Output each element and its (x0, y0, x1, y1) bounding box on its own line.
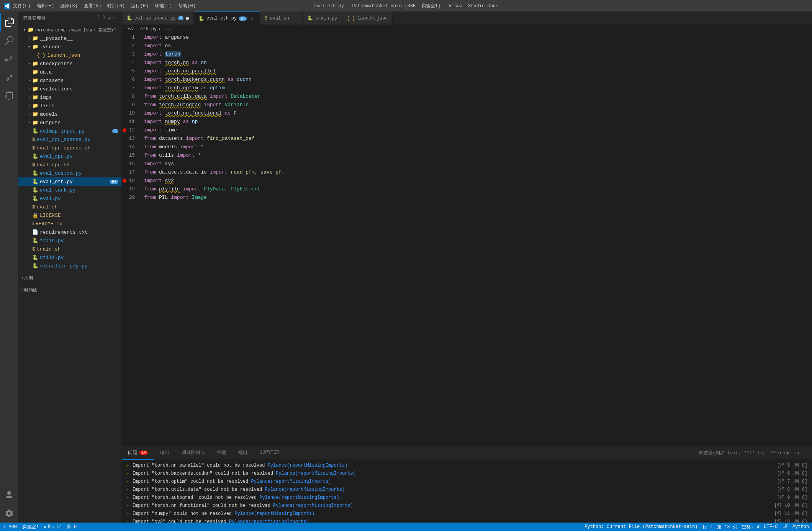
panel-tab-problems[interactable]: 问题 14 (122, 446, 154, 460)
sidebar-item-train-py[interactable]: 🐍 train.py (18, 236, 121, 245)
tab-close-button[interactable]: ✕ (249, 15, 255, 21)
sidebar-item-train-sh[interactable]: $ train.sh (18, 245, 121, 253)
sidebar-item-license[interactable]: 🔒 LICENSE (18, 211, 121, 220)
problem-item[interactable]: ⚠ Import "torch.autograd" could not be r… (122, 493, 812, 502)
root-folder-icon: 📁 (28, 27, 34, 33)
status-spaces[interactable]: 空格: 4 (742, 524, 760, 530)
problem-link[interactable]: Pylance(reportMissingImports) (234, 511, 314, 516)
sidebar-item-models[interactable]: › 📁 models (18, 110, 121, 118)
sidebar-item-eval-eth-py[interactable]: 🐍 eval_eth.py 9+ (18, 177, 121, 186)
sidebar-item-eval-cpu-sparse-sh[interactable]: $ eval_cpu_sparse.sh (18, 144, 121, 152)
problem-item[interactable]: ⚠ Import "torch.optim" could not be reso… (122, 477, 812, 485)
panel-tab-output[interactable]: 输出 (154, 446, 175, 460)
menu-select[interactable]: 选择(S) (60, 3, 78, 9)
status-position[interactable]: 行 7，第 13 列 (702, 524, 737, 530)
sidebar-item-eval-custom-py[interactable]: 🐍 eval_custom.py (18, 169, 121, 177)
py-icon: $ (32, 137, 35, 143)
tab-eval-eth[interactable]: 🐍 eval_eth.py 9+ ✕ (194, 11, 260, 25)
sidebar-item-eval-cpu-py[interactable]: 🐍 eval_cpu.py (18, 152, 121, 161)
panel-tab-jupyter[interactable]: JUPYTER (254, 446, 285, 460)
sidebar-item-eval-sh[interactable]: $ eval.sh (18, 203, 121, 211)
menu-edit[interactable]: 编辑(E) (37, 3, 54, 9)
activity-icon-extensions[interactable] (0, 87, 18, 105)
panel-tab-ports[interactable]: 端口 (232, 446, 254, 460)
sidebar-item-eval-tank-py[interactable]: 🐍 eval_tank.py (18, 186, 121, 194)
new-file-icon[interactable]:  (98, 15, 101, 21)
status-ssh[interactable]: ⚡ SSH: 实验室1 (3, 524, 39, 530)
sidebar-item-pycache[interactable]: › 📁 __pycache__ (18, 34, 121, 43)
timeline-header[interactable]: › 时间线 (18, 286, 121, 295)
status-line-ending[interactable]: LF (782, 524, 787, 529)
sidebar-item-imgs[interactable]: › 📁 imgs (18, 93, 121, 102)
status-errors[interactable]: ✕ 0 ⚠ 14 (44, 524, 62, 530)
jupyter-label: JUPYTER (260, 450, 279, 455)
tab-train-py[interactable]: 🐍 train.py (303, 11, 342, 25)
activity-icon-source-control[interactable] (0, 50, 18, 68)
collapse-all-icon[interactable]: ⋯ (113, 15, 117, 21)
sidebar-item-outputs[interactable]: › 📁 outputs (18, 118, 121, 127)
panel-tab-debug-console[interactable]: 调试控制台 (175, 446, 211, 460)
sidebar-item-evaluations[interactable]: › 📁 evaluations (18, 85, 121, 93)
sidebar-item-eval-cpu-sparse-py[interactable]: $ eval_cpu_sparse.py (18, 135, 121, 144)
problem-link[interactable]: Pylance(reportMissingImports) (229, 519, 309, 523)
status-language[interactable]: Python (792, 524, 809, 529)
problem-link[interactable]: Pylance(reportMissingImports) (276, 471, 356, 476)
sidebar-item-readme[interactable]: ℹ README.md (18, 220, 121, 228)
code-area[interactable]: import argparse import os import torch i… (141, 33, 812, 446)
title-bar-menu[interactable]: 文件(F) 编辑(E) 选择(S) 查看(V) 转到(G) 运行(R) 终端(T… (13, 3, 196, 9)
warn-icon: ⚠ (126, 479, 129, 485)
panel-tab-terminal[interactable]: 终端 (211, 446, 232, 460)
activity-icon-search[interactable] (0, 31, 18, 50)
problem-link[interactable]: Pylance(reportMissingImports) (265, 487, 345, 492)
menu-help[interactable]: 帮助(H) (178, 3, 196, 9)
sidebar-item-colmap-input-py[interactable]: 🐍 colmap_input.py 2 (18, 127, 121, 135)
problem-item[interactable]: ⚠ Import "torch.nn.parallel" could not b… (122, 461, 812, 469)
activity-icon-settings[interactable] (0, 504, 18, 523)
status-python[interactable]: Python: Current File (PatchmatchNet-main… (584, 524, 697, 529)
problem-item[interactable]: ⚠ Import "torch.utils.data" could not be… (122, 485, 812, 493)
menu-file[interactable]: 文件(F) (13, 3, 31, 9)
refresh-icon[interactable]: ↻ (108, 15, 111, 21)
sidebar-item-lists[interactable]: › 📁 lists (18, 102, 121, 110)
sidebar-item-vscode[interactable]: ▾ 📁 .vscode (18, 43, 121, 51)
new-folder-icon[interactable]:  (103, 15, 106, 21)
activity-icon-account[interactable] (0, 486, 18, 504)
line-num-6: 6 (122, 75, 138, 84)
tree-root-folder[interactable]: ▾ 📁 PATCHMATCHNET-MAIN [SSH: 实验室1] (18, 26, 121, 34)
sidebar-item-checkpoints[interactable]: › 📁 checkpoints (18, 59, 121, 68)
sidebar-item-launch-json[interactable]: { } launch.json (18, 51, 121, 59)
sidebar-item-visualize-ply-py[interactable]: 🐍 visualize_ply.py (18, 262, 121, 270)
sidebar-item-utils-py[interactable]: 🐍 utils.py (18, 253, 121, 262)
status-encoding[interactable]: UTF-8 (764, 524, 778, 529)
tab-eval-sh[interactable]: $ eval.sh ✕ (260, 11, 303, 25)
sidebar-item-datasets[interactable]: › 📁 datasets (18, 76, 121, 85)
status-git[interactable]: 骨 0 (67, 524, 77, 530)
problem-item[interactable]: ⚠ Import "cv2" could not be resolved Pyl… (122, 518, 812, 523)
problem-item[interactable]: ⚠ Import "torch.nn.functional" could not… (122, 502, 812, 510)
menu-run[interactable]: 运行(R) (131, 3, 149, 9)
item-label: eval_cpu_sparse.py (37, 137, 90, 143)
activity-icon-explorer[interactable] (0, 13, 18, 31)
sidebar-item-requirements-txt[interactable]: 📄 requirements.txt (18, 228, 121, 236)
problem-link[interactable]: Pylance(reportMissingImports) (268, 463, 348, 468)
sidebar-item-data[interactable]: › 📁 data (18, 68, 121, 76)
activity-icon-run[interactable] (0, 68, 18, 87)
tab-colmap-input[interactable]: 🐍 colmap_input.py 2 (122, 11, 194, 25)
txt-icon: 📄 (32, 229, 38, 235)
problem-link[interactable]: Pylance(reportMissingImports) (251, 479, 331, 484)
line-num-1: 1 (122, 33, 138, 42)
problem-item[interactable]: ⚠ Import "torch.backends.cudnn" could no… (122, 469, 812, 477)
code-line-5: import torch.nn.parallel (144, 67, 812, 75)
sidebar-item-eval-cpu-sh[interactable]: $ eval_cpu.sh (18, 161, 121, 169)
tab-launch-json[interactable]: { } launch.json (342, 11, 393, 25)
no-chevron (26, 153, 32, 159)
menu-terminal[interactable]: 终端(T) (155, 3, 172, 9)
sidebar-item-eval-py[interactable]: 🐍 eval.py (18, 194, 121, 203)
problem-link[interactable]: Pylance(reportMissingImports) (273, 503, 353, 508)
problem-link[interactable]: Pylance(reportMissingImports) (259, 495, 339, 500)
outline-header[interactable]: › 大纲 (18, 274, 121, 282)
menu-goto[interactable]: 转到(G) (107, 3, 125, 9)
problem-item[interactable]: ⚠ Import "numpy" could not be resolved P… (122, 510, 812, 518)
no-chevron (26, 145, 32, 151)
menu-view[interactable]: 查看(V) (84, 3, 102, 9)
